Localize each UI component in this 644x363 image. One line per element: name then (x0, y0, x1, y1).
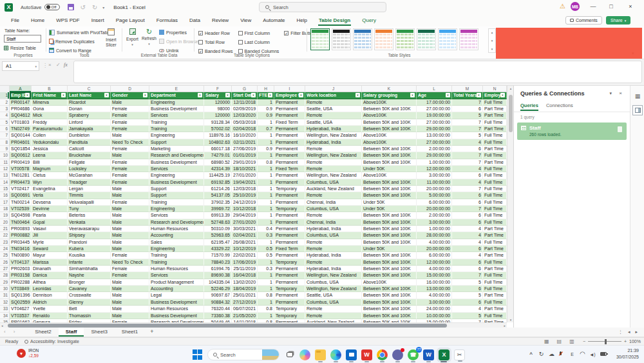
cell-H18[interactable]: 1 (258, 206, 274, 212)
cell-A3[interactable]: PR04686 (10, 106, 32, 112)
cell-I31[interactable]: Permanent (274, 292, 305, 299)
cell-H30[interactable]: 1 (258, 286, 274, 292)
cell-A13[interactable]: TN01281 (10, 172, 32, 179)
taskview-icon[interactable] (284, 349, 295, 360)
avatar[interactable]: MB (571, 2, 580, 11)
cell-M25[interactable]: 4 (452, 252, 483, 259)
cell-N33[interactable]: Part Time (483, 306, 507, 312)
sheet-tab-sheet3[interactable]: Sheet3 (84, 328, 114, 337)
cell-G28[interactable]: 16/04/2018 (232, 272, 258, 279)
cell-N34[interactable]: Full Time (483, 313, 507, 319)
taskbar-clock[interactable]: 21:39 30/07/2025 (616, 348, 639, 360)
cell-F20[interactable]: 52748.63 (204, 219, 232, 226)
cell-C17[interactable]: Veluvalapalli (68, 199, 111, 206)
cell-A20[interactable]: TN00464 (10, 219, 32, 226)
cell-L15[interactable]: 20.00:00:00 (417, 186, 452, 192)
explorer-icon[interactable] (315, 349, 326, 360)
cell-H3[interactable]: 0.9 (258, 106, 274, 112)
table-style-tile-2[interactable] (332, 28, 351, 50)
cell-H7[interactable]: 1 (258, 132, 274, 139)
cell-B8[interactable]: Yedukondalu (32, 139, 68, 146)
page-layout-view-icon[interactable]: ▤ (557, 338, 562, 344)
cell-F2[interactable]: 120000 (204, 99, 232, 106)
copilot-icon[interactable] (299, 349, 310, 360)
cell-M10[interactable]: 7 (452, 152, 483, 159)
cell-D11[interactable]: Female (111, 159, 149, 166)
cell-D19[interactable]: Male (111, 212, 149, 219)
cell-A5[interactable]: VT01803 (10, 119, 32, 126)
cell-N24[interactable]: Part Time (483, 246, 507, 252)
cell-C10[interactable]: Bruckshaw (68, 152, 111, 159)
row-header-14[interactable]: 14 (0, 179, 10, 186)
checkbox-total-row[interactable]: Total Row (198, 37, 233, 46)
cell-K29[interactable]: Above100K (362, 279, 417, 286)
cell-K25[interactable]: Between 50K and 100K (362, 252, 417, 259)
cell-L2[interactable]: 17.00:00:00 (417, 99, 452, 106)
cell-D13[interactable]: Female (111, 172, 149, 179)
column-header-work-location[interactable]: Work location▾ (305, 92, 362, 99)
accessibility-status[interactable]: Accessibility: Investigate (30, 339, 79, 344)
cell-B23[interactable]: Myrle (32, 239, 68, 246)
zoom-out-icon[interactable]: − (583, 339, 585, 344)
cell-C2[interactable]: Ricardot (68, 99, 111, 106)
cell-E9[interactable]: Marketing (149, 146, 204, 152)
cell-M9[interactable]: 6 (452, 146, 483, 152)
resize-table-button[interactable]: Resize Table (4, 46, 36, 50)
cell-K22[interactable]: Between 50K and 100K (362, 232, 417, 239)
tray-mic-icon[interactable] (559, 351, 565, 357)
store-icon[interactable] (346, 349, 357, 360)
cell-G31[interactable]: 25/01/2021 (232, 292, 258, 299)
row-header-13[interactable]: 13 (0, 172, 10, 179)
cell-L29[interactable]: 16.00:00:00 (417, 279, 452, 286)
cell-I30[interactable]: Temporary (274, 286, 305, 292)
tab-connections[interactable]: Connections (546, 103, 573, 111)
cell-A8[interactable]: PR04601 (10, 139, 32, 146)
cell-H13[interactable]: 1 (258, 172, 274, 179)
cell-L12[interactable]: 12.00:00:00 (417, 166, 452, 172)
teams-icon[interactable] (392, 349, 403, 360)
cell-G14[interactable]: 19/04/2021 (232, 179, 258, 186)
cell-A33[interactable]: VT04627 (10, 306, 32, 312)
cell-B33[interactable]: Yvette (32, 306, 68, 312)
calculator-pane-icon[interactable]: ▦ (632, 91, 643, 101)
cell-D4[interactable]: Female (111, 112, 149, 119)
cell-I14[interactable]: Permanent (274, 179, 305, 186)
cell-G8[interactable]: 02/11/2021 (232, 139, 258, 146)
cell-H32[interactable]: 1 (258, 299, 274, 306)
cell-M5[interactable]: 7 (452, 119, 483, 126)
cell-F24[interactable]: 43329.22 (204, 246, 232, 252)
cell-D14[interactable]: Female (111, 179, 149, 186)
cell-E19[interactable]: Services (149, 212, 204, 219)
cell-K21[interactable]: Between 50K and 100K (362, 226, 417, 232)
cell-M3[interactable]: 6 (452, 106, 483, 112)
column-header-H[interactable]: H (258, 86, 274, 92)
column-header-K[interactable]: K (362, 86, 417, 92)
cell-N2[interactable]: Full Time (483, 99, 507, 106)
ribbon-tab-wps-pdf[interactable]: WPS PDF (50, 15, 85, 26)
cell-J11[interactable]: Remote (305, 159, 362, 166)
cell-E15[interactable]: Support (149, 186, 204, 192)
checkbox-icon[interactable] (238, 31, 243, 35)
tray-sync-icon[interactable] (538, 350, 544, 358)
ribbon-tab-query[interactable]: Query (356, 15, 382, 26)
cell-E12[interactable]: Services (149, 166, 204, 172)
cell-H2[interactable]: 1 (258, 99, 274, 106)
cell-K9[interactable]: Between 50K and 100K (362, 146, 417, 152)
cell-H28[interactable]: 1 (258, 272, 274, 279)
table-style-tile-3[interactable] (353, 28, 372, 50)
row-header-27[interactable]: 27 (0, 266, 10, 272)
cell-F31[interactable]: 90697.67 (204, 292, 232, 299)
cell-N31[interactable]: Part Time (483, 292, 507, 299)
cell-B13[interactable]: Cletus (32, 172, 68, 179)
cell-J3[interactable]: Seattle, USA (305, 106, 362, 112)
cell-A21[interactable]: PR00893 (10, 226, 32, 232)
cell-N28[interactable]: Full Time (483, 272, 507, 279)
cell-N16[interactable]: Full Time (483, 192, 507, 199)
cell-H25[interactable]: 0.5 (258, 252, 274, 259)
cell-A30[interactable]: VT03849 (10, 286, 32, 292)
cell-J30[interactable]: Wellington, New Zealand (305, 286, 362, 292)
ribbon-tab-table-design[interactable]: Table Design (313, 15, 356, 26)
cell-L10[interactable]: 29.00:00:00 (417, 152, 452, 159)
cell-J10[interactable]: Wellington, New Zealand (305, 152, 362, 159)
close-button[interactable]: × (622, 0, 639, 13)
